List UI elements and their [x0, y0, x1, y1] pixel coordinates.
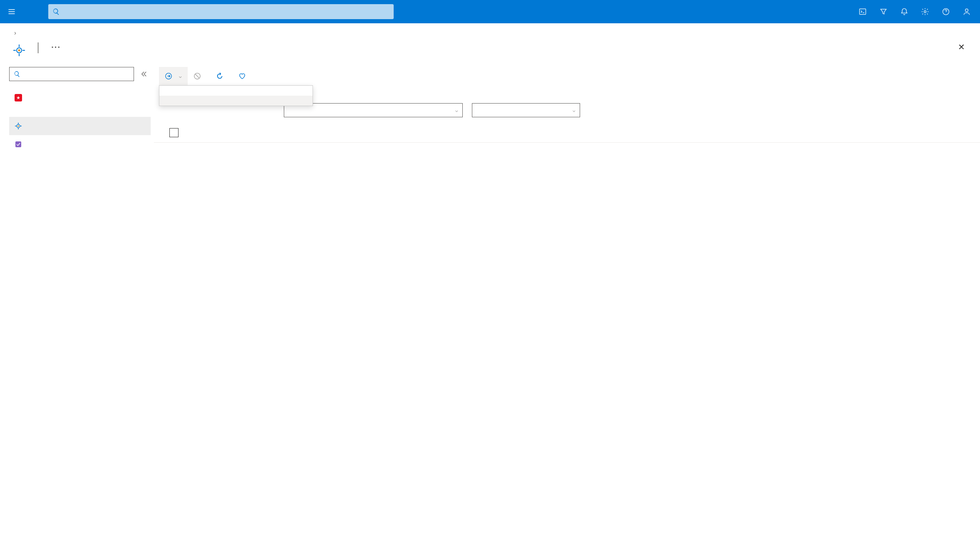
disable-targets-button[interactable] — [188, 67, 210, 85]
targets-icon — [14, 122, 22, 130]
nav-section-experiment — [9, 107, 154, 117]
enable-targets-dropdown — [159, 85, 313, 106]
overview-icon — [14, 94, 22, 102]
page-title: | ··· — [32, 40, 61, 54]
refresh-button[interactable] — [210, 67, 233, 85]
global-search[interactable] — [48, 4, 394, 19]
enable-targets-button[interactable]: ⌵ — [159, 67, 188, 85]
header-resource-group[interactable] — [370, 128, 454, 137]
top-bar — [0, 0, 980, 23]
disable-icon — [194, 72, 201, 80]
svg-rect-8 — [15, 141, 21, 147]
global-search-input[interactable] — [64, 8, 390, 15]
sidebar — [0, 63, 154, 540]
sidebar-search[interactable] — [9, 67, 134, 81]
chaos-studio-icon — [12, 43, 27, 58]
chevron-down-icon: ⌵ — [573, 108, 576, 113]
svg-point-7 — [18, 126, 19, 127]
search-icon — [52, 8, 60, 15]
help-icon[interactable] — [936, 2, 956, 22]
svg-point-3 — [965, 9, 968, 12]
filter-resource-group[interactable]: ⌵ — [472, 103, 580, 117]
chevron-down-icon: ⌵ — [179, 74, 182, 79]
cloud-shell-icon[interactable] — [853, 2, 873, 22]
filter-row: ⌵ ⌵ ⌵ — [154, 103, 980, 125]
more-actions-button[interactable]: ··· — [51, 42, 61, 52]
search-icon — [14, 71, 20, 77]
refresh-icon — [216, 72, 223, 80]
svg-point-1 — [924, 11, 926, 13]
close-button[interactable]: ✕ — [955, 40, 968, 54]
hamburger-menu[interactable] — [2, 2, 22, 22]
breadcrumb: › — [0, 23, 980, 38]
settings-icon[interactable] — [915, 2, 935, 22]
dropdown-agent-based[interactable] — [159, 96, 313, 106]
toolbar: ⌵ — [154, 67, 980, 85]
header-service-direct[interactable] — [454, 128, 523, 137]
collapse-sidebar-button[interactable] — [137, 67, 151, 81]
chevron-down-icon: ⌵ — [455, 108, 458, 113]
account-icon[interactable] — [957, 2, 977, 22]
nav-targets[interactable] — [9, 117, 151, 135]
dropdown-service-direct[interactable] — [159, 86, 313, 96]
experiments-icon — [14, 140, 22, 148]
enable-icon — [165, 72, 172, 80]
chevron-double-left-icon — [141, 71, 147, 77]
header-agent-based[interactable] — [523, 128, 590, 137]
filter-icon[interactable] — [873, 2, 893, 22]
heart-icon — [238, 72, 246, 80]
svg-point-5 — [18, 49, 20, 52]
targets-table — [154, 125, 980, 143]
svg-rect-0 — [860, 9, 866, 14]
nav-overview[interactable] — [9, 89, 151, 107]
main-content: ⌵ ⌵ — [154, 63, 980, 540]
header-name[interactable] — [186, 128, 285, 137]
nav-experiments[interactable] — [9, 135, 151, 153]
select-all-checkbox[interactable] — [169, 128, 179, 137]
chevron-right-icon: › — [14, 29, 16, 36]
header-subscription[interactable] — [285, 128, 370, 137]
sidebar-search-input[interactable] — [24, 71, 129, 78]
feedback-button[interactable] — [233, 67, 255, 85]
notifications-icon[interactable] — [894, 2, 914, 22]
table-header — [154, 125, 980, 143]
page-header: | ··· ✕ — [0, 38, 980, 63]
